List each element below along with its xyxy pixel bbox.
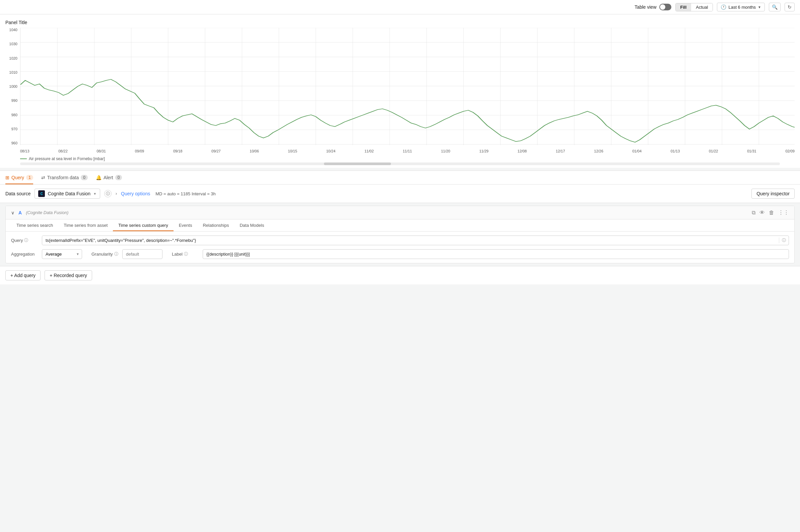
datasource-info-button[interactable]: ⓘ	[104, 190, 112, 197]
inner-tab-events[interactable]: Events	[173, 220, 198, 231]
x-label-0918: 09/18	[173, 149, 183, 153]
panel-title: Panel Title	[5, 20, 795, 25]
inner-tab-ts-search[interactable]: Time series search	[11, 220, 58, 231]
table-view-label: Table view	[634, 4, 656, 10]
collapse-chevron-icon[interactable]: ∨	[11, 210, 14, 215]
query-input-info-icon[interactable]: ⓘ	[779, 238, 788, 243]
granularity-label: Granularity ⓘ	[92, 251, 118, 257]
query-block-actions: ⧉ 👁 🗑 ⋮⋮	[752, 209, 789, 216]
chart-x-axis: 08/13 08/22 08/31 09/09 09/18 09/27 10/0…	[20, 147, 795, 155]
query-block-header: ∨ A (Cognite Data Fusion) ⧉ 👁 🗑 ⋮⋮	[6, 206, 794, 220]
granularity-info-icon[interactable]: ⓘ	[114, 251, 118, 257]
tab-query-label: Query	[12, 175, 24, 180]
inner-tab-data-models[interactable]: Data Models	[234, 220, 269, 231]
database-icon: ⊞	[5, 175, 9, 180]
fill-button[interactable]: Fill	[676, 3, 691, 11]
more-icon[interactable]: ⋮⋮	[778, 209, 789, 216]
legend-label: Air pressure at sea level in Fornebu [mb…	[29, 156, 105, 161]
x-label-0131: 01/31	[747, 149, 757, 153]
eye-icon[interactable]: 👁	[760, 210, 765, 216]
zoom-out-button[interactable]: 🔍	[769, 3, 781, 12]
y-label-960: 960	[12, 141, 17, 145]
tab-alert-badge: 0	[115, 175, 122, 180]
zoom-out-icon: 🔍	[772, 4, 778, 10]
x-label-1006: 10/06	[250, 149, 259, 153]
label-field-label: Label ⓘ	[172, 251, 199, 257]
refresh-button[interactable]: ↻	[785, 3, 795, 12]
bell-icon: 🔔	[96, 175, 101, 180]
bottom-actions: + Add query + Recorded query	[0, 266, 800, 284]
query-input[interactable]	[42, 236, 779, 245]
x-label-0813: 08/13	[20, 149, 30, 153]
x-label-1102: 11/02	[364, 149, 374, 153]
chevron-right-icon: ›	[116, 191, 117, 196]
y-label-1010: 1010	[9, 70, 17, 74]
tab-alert-label: Alert	[103, 175, 113, 180]
label-field-input[interactable]	[203, 249, 789, 259]
chart-y-axis: 1040 1030 1020 1010 1000 990 980 970 960	[5, 28, 19, 145]
chevron-down-icon: ▼	[93, 192, 96, 196]
y-label-970: 970	[12, 127, 17, 131]
x-label-0909: 09/09	[135, 149, 145, 153]
table-view-switch[interactable]	[659, 4, 671, 11]
x-label-1208: 12/08	[518, 149, 527, 153]
chart-svg	[20, 28, 795, 145]
chart-legend: Air pressure at sea level in Fornebu [mb…	[5, 156, 795, 161]
refresh-icon: ↻	[787, 4, 792, 10]
x-label-0831: 08/31	[96, 149, 106, 153]
x-label-1226: 12/26	[594, 149, 603, 153]
query-field-row: Query ⓘ ⓘ	[11, 235, 789, 245]
query-tabs-bar: ⊞ Query 1 ⇄ Transform data 0 🔔 Alert 0	[0, 171, 800, 185]
query-inner-tabs: Time series search Time series from asse…	[6, 220, 794, 231]
datasource-row: Data source C Cognite Data Fusion ▼ ⓘ › …	[0, 185, 800, 203]
tab-query[interactable]: ⊞ Query 1	[5, 171, 33, 184]
tab-query-badge: 1	[26, 175, 33, 180]
y-label-1030: 1030	[9, 42, 17, 46]
x-label-0822: 08/22	[58, 149, 68, 153]
datasource-name: Cognite Data Fusion	[47, 191, 91, 196]
x-label-0927: 09/27	[211, 149, 221, 153]
tab-alert[interactable]: 🔔 Alert 0	[96, 171, 122, 184]
chart-svg-area	[20, 28, 795, 145]
fill-actual-group: Fill Actual	[675, 3, 713, 12]
chart-container: 1040 1030 1020 1010 1000 990 980 970 960	[5, 28, 795, 155]
time-range-button[interactable]: 🕐 Last 6 months ▼	[717, 3, 765, 12]
x-label-1111: 11/11	[403, 149, 412, 153]
scrollbar-thumb[interactable]	[324, 163, 391, 165]
query-inspector-button[interactable]: Query inspector	[751, 189, 795, 199]
query-options-button[interactable]: Query options	[121, 191, 150, 196]
aggregation-row: Aggregation Average Sum Min Max Count Gr…	[11, 249, 789, 259]
inner-tab-ts-asset[interactable]: Time series from asset	[58, 220, 113, 231]
x-label-0113: 01/13	[671, 149, 680, 153]
chart-scrollbar[interactable]	[20, 163, 780, 165]
aggregation-label: Aggregation	[11, 252, 38, 256]
query-field-label: Query ⓘ	[11, 238, 38, 243]
datasource-select[interactable]: C Cognite Data Fusion ▼	[35, 189, 100, 199]
x-label-1120: 11/20	[441, 149, 450, 153]
query-field-info-icon[interactable]: ⓘ	[24, 238, 28, 243]
datasource-icon: C	[38, 190, 45, 197]
tab-transform-badge: 0	[81, 175, 88, 180]
aggregation-select[interactable]: Average Sum Min Max Count	[42, 249, 82, 259]
label-field-info-icon[interactable]: ⓘ	[184, 251, 188, 257]
aggregation-select-wrapper: Average Sum Min Max Count	[42, 249, 82, 259]
y-label-1020: 1020	[9, 56, 17, 60]
query-input-wrapper: ⓘ	[42, 235, 789, 245]
transform-icon: ⇄	[41, 175, 45, 180]
trash-icon[interactable]: 🗑	[769, 210, 774, 216]
table-view-toggle: Table view	[634, 4, 671, 11]
tab-transform-label: Transform data	[47, 175, 79, 180]
query-meta: MD = auto = 1185 Interval = 3h	[155, 191, 216, 196]
x-label-0104: 01/04	[632, 149, 642, 153]
copy-icon[interactable]: ⧉	[752, 210, 756, 216]
inner-tab-relationships[interactable]: Relationships	[197, 220, 234, 231]
recorded-query-button[interactable]: + Recorded query	[44, 270, 92, 280]
time-range-label: Last 6 months	[728, 5, 756, 10]
actual-button[interactable]: Actual	[691, 3, 712, 11]
query-letter: A	[18, 210, 22, 215]
granularity-input[interactable]	[122, 249, 163, 259]
tab-transform[interactable]: ⇄ Transform data 0	[41, 171, 88, 184]
add-query-button[interactable]: + Add query	[5, 270, 40, 280]
inner-tab-ts-custom[interactable]: Time series custom query	[113, 220, 173, 231]
chart-panel: Panel Title 1040 1030 1020 1010 1000 990…	[0, 14, 800, 168]
